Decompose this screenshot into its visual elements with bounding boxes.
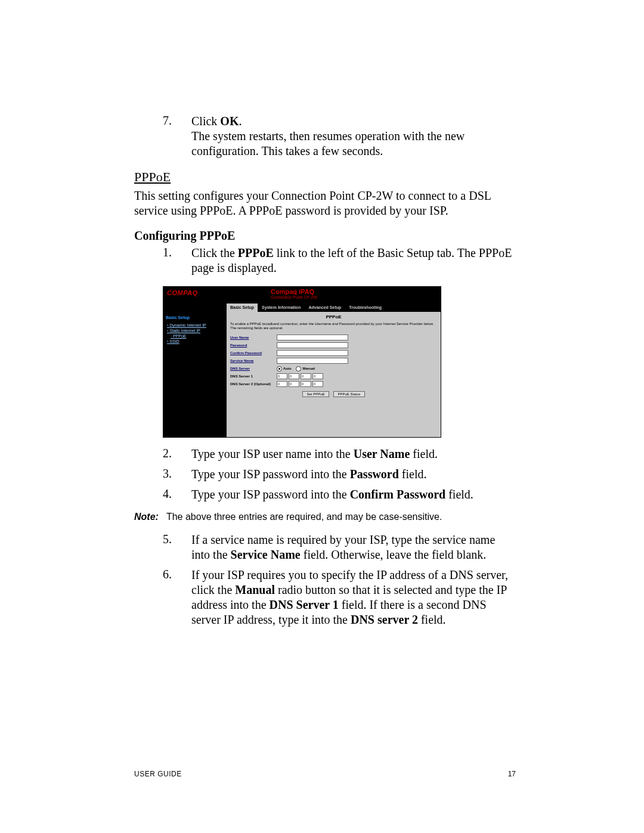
step-7-number: 7. bbox=[163, 113, 181, 128]
input-dns1-d[interactable]: 0 bbox=[312, 373, 323, 379]
radio-manual[interactable] bbox=[296, 366, 301, 371]
label-password[interactable]: Password bbox=[230, 343, 277, 347]
ss-main-intro: To enable a PPPoE broadband connection, … bbox=[230, 322, 437, 330]
step-6: 6. If your ISP requires you to specify t… bbox=[163, 567, 516, 627]
input-dns2-a[interactable]: 0 bbox=[277, 381, 287, 387]
sidebar-header: Basic Setup bbox=[166, 315, 224, 320]
input-dns1-a[interactable]: 0 bbox=[277, 373, 287, 379]
pppoe-intro: This setting configures your Connection … bbox=[134, 188, 516, 218]
button-set-pppoe[interactable]: Set PPPoE bbox=[302, 391, 329, 397]
page-number: 17 bbox=[508, 770, 516, 778]
sidebar-item-static-ip[interactable]: › Static Internet IP bbox=[167, 329, 224, 333]
input-dns2-b[interactable]: 0 bbox=[289, 381, 299, 387]
input-service-name[interactable] bbox=[277, 358, 348, 364]
footer: USER GUIDE 17 bbox=[134, 770, 516, 778]
heading-configuring-pppoe: Configuring PPPoE bbox=[134, 229, 516, 243]
tab-basic-setup[interactable]: Basic Setup bbox=[227, 304, 258, 312]
note-label: Note: bbox=[134, 512, 159, 522]
ss-body: Basic Setup › Dynamic Internet IP › Stat… bbox=[163, 312, 441, 437]
ss-main-title: PPPoE bbox=[230, 314, 437, 320]
input-username[interactable] bbox=[277, 335, 348, 340]
radio-auto[interactable] bbox=[277, 366, 282, 371]
ss-sidebar: Basic Setup › Dynamic Internet IP › Stat… bbox=[163, 312, 227, 437]
footer-left: USER GUIDE bbox=[134, 770, 182, 778]
radio-auto-group: Auto Manual bbox=[277, 366, 315, 371]
step-5: 5. If a service name is required by your… bbox=[163, 532, 516, 562]
page: 7. Click OK. The system restarts, then r… bbox=[0, 0, 644, 833]
note-text: The above three entries are required, an… bbox=[166, 512, 442, 522]
input-password[interactable] bbox=[277, 342, 348, 348]
step-4: 4. Type your ISP password into the Confi… bbox=[163, 487, 516, 502]
ss-subtitle: Connection Point CP-2W bbox=[271, 295, 317, 299]
tab-advanced-setup[interactable]: Advanced Setup bbox=[305, 304, 345, 312]
tab-troubleshooting[interactable]: Troubleshooting bbox=[345, 304, 385, 312]
embedded-screenshot: COMPAQ Compaq iPAQ Connection Point CP-2… bbox=[163, 286, 441, 438]
note: Note: The above three entries are requir… bbox=[134, 512, 516, 522]
step-1: 1. Click the PPPoE link to the left of t… bbox=[163, 245, 516, 275]
ss-title: Compaq iPAQ bbox=[271, 288, 314, 295]
label-dns2: DNS Server 2 (Optional) bbox=[230, 382, 277, 386]
step-7: 7. Click OK. The system restarts, then r… bbox=[163, 113, 516, 159]
tab-system-information[interactable]: System Information bbox=[258, 304, 304, 312]
ss-main: PPPoE To enable a PPPoE broadband connec… bbox=[227, 312, 441, 437]
sidebar-item-dynamic-ip[interactable]: › Dynamic Internet IP bbox=[167, 323, 224, 327]
step-2: 2. Type your ISP user name into the User… bbox=[163, 446, 516, 462]
label-service-name[interactable]: Service Name bbox=[230, 359, 277, 363]
input-dns2-d[interactable]: 0 bbox=[312, 381, 323, 387]
label-dns1: DNS Server 1 bbox=[230, 374, 277, 378]
step-7-text: Click OK. The system restarts, then resu… bbox=[191, 114, 516, 159]
ss-header: COMPAQ Compaq iPAQ Connection Point CP-2… bbox=[163, 287, 441, 304]
sidebar-item-ssid[interactable]: › SSID bbox=[167, 339, 224, 343]
input-dns1-c[interactable]: 0 bbox=[301, 373, 311, 379]
heading-pppoe: PPPoE bbox=[134, 169, 516, 185]
button-pppoe-status[interactable]: PPPoE Status bbox=[333, 391, 364, 397]
label-dns-server[interactable]: DNS Server bbox=[230, 367, 277, 370]
label-username[interactable]: User Name bbox=[230, 336, 277, 339]
sidebar-item-pppoe[interactable]: · PPPoE bbox=[171, 334, 224, 338]
input-dns1-b[interactable]: 0 bbox=[289, 373, 299, 379]
label-confirm-password[interactable]: Confirm Password bbox=[230, 351, 277, 355]
input-confirm-password[interactable] bbox=[277, 350, 348, 356]
compaq-logo: COMPAQ bbox=[167, 289, 198, 296]
step-3: 3. Type your ISP password into the Passw… bbox=[163, 466, 516, 482]
ss-tabs: Basic Setup System Information Advanced … bbox=[163, 304, 441, 312]
input-dns2-c[interactable]: 0 bbox=[301, 381, 311, 387]
